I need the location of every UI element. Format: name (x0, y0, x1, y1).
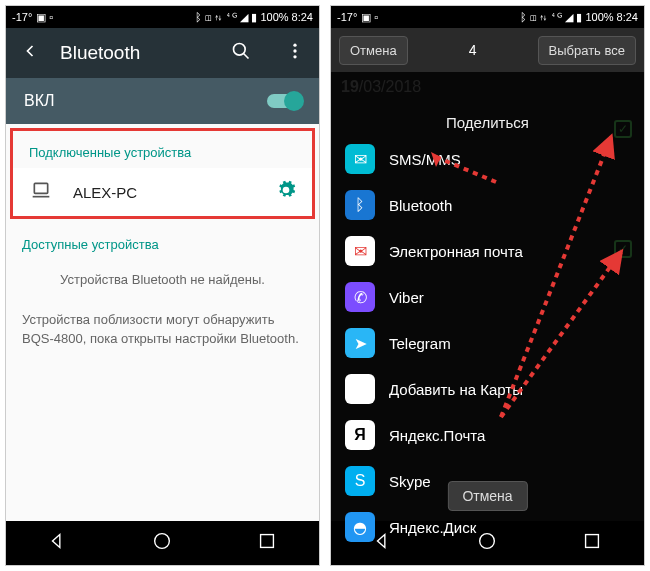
share-title: Поделиться (331, 110, 644, 135)
share-item-label: Bluetooth (389, 197, 452, 214)
not-found-text: Устройства Bluetooth не найдены. (6, 260, 319, 300)
cancel-button[interactable]: Отмена (339, 36, 408, 65)
signal-icons: ᛒ ◫ ⇅ ⁴ᴳ ◢ (195, 11, 248, 24)
viber-icon: ✆ (345, 282, 375, 312)
добавить-на-карты-icon: 🗺 (345, 374, 375, 404)
nav-bar (6, 521, 319, 565)
электронная-почта-icon: ✉ (345, 236, 375, 266)
notif-icon: ▣ ▫ (361, 11, 378, 24)
selection-count: 4 (414, 42, 532, 58)
toggle-label: ВКЛ (24, 92, 55, 110)
nav-recent-icon[interactable] (256, 530, 278, 556)
clock: 8:24 (292, 11, 313, 23)
device-name: ALEX-PC (73, 184, 256, 201)
phone-bluetooth-settings: -17°▣ ▫ ᛒ ◫ ⇅ ⁴ᴳ ◢▮100%8:24 Bluetooth ВК… (5, 5, 320, 566)
status-bar: -17°▣ ▫ ᛒ ◫ ⇅ ⁴ᴳ ◢▮100%8:24 (331, 6, 644, 28)
temperature: -17° (12, 11, 32, 23)
content: Подключенные устройства ALEX-PC Доступны… (6, 124, 319, 521)
share-item-label: Telegram (389, 335, 451, 352)
highlight-annotation: Подключенные устройства ALEX-PC (10, 128, 315, 219)
select-all-button[interactable]: Выбрать все (538, 36, 636, 65)
share-item-viber[interactable]: ✆Viber (331, 274, 644, 320)
share-item-sms-mms[interactable]: ✉SMS/MMS (331, 136, 644, 182)
svg-rect-4 (34, 183, 47, 193)
status-bar: -17°▣ ▫ ᛒ ◫ ⇅ ⁴ᴳ ◢▮100%8:24 (6, 6, 319, 28)
skype-icon: S (345, 466, 375, 496)
battery-icon: ▮ (576, 11, 582, 24)
share-item-label: Яндекс.Диск (389, 519, 476, 536)
back-icon[interactable] (20, 41, 40, 65)
share-item-label: Добавить на Карты (389, 381, 523, 398)
telegram-icon: ➤ (345, 328, 375, 358)
battery-pct: 100% (260, 11, 288, 23)
share-item-bluetooth[interactable]: ᛒBluetooth (331, 182, 644, 228)
share-item-электронная-почта[interactable]: ✉Электронная почта (331, 228, 644, 274)
share-item-telegram[interactable]: ➤Telegram (331, 320, 644, 366)
temperature: -17° (337, 11, 357, 23)
connected-devices-header: Подключенные устройства (13, 131, 312, 168)
battery-pct: 100% (585, 11, 613, 23)
more-icon[interactable] (285, 41, 305, 65)
laptop-icon (29, 180, 53, 204)
toggle-switch-icon[interactable] (267, 94, 301, 108)
signal-icons: ᛒ ◫ ⇅ ⁴ᴳ ◢ (520, 11, 573, 24)
gear-icon[interactable] (276, 180, 296, 204)
nav-home-icon[interactable] (151, 530, 173, 556)
phone-share-dialog: -17°▣ ▫ ᛒ ◫ ⇅ ⁴ᴳ ◢▮100%8:24 Отмена 4 Выб… (330, 5, 645, 566)
sms-mms-icon: ✉ (345, 144, 375, 174)
share-item-label: Viber (389, 289, 424, 306)
app-bar: Bluetooth (6, 28, 319, 78)
share-item-label: Skype (389, 473, 431, 490)
cancel-button-dialog[interactable]: Отмена (447, 481, 527, 511)
bluetooth-icon: ᛒ (345, 190, 375, 220)
share-item-яндекс-почта[interactable]: ЯЯндекс.Почта (331, 412, 644, 458)
share-item-label: SMS/MMS (389, 151, 461, 168)
battery-icon: ▮ (251, 11, 257, 24)
svg-point-0 (234, 44, 246, 56)
clock: 8:24 (617, 11, 638, 23)
svg-point-1 (293, 44, 296, 47)
bluetooth-toggle-row[interactable]: ВКЛ (6, 78, 319, 124)
svg-point-2 (293, 49, 296, 52)
search-icon[interactable] (231, 41, 251, 65)
gallery-content: 1919/03/2018/03/2018 ✓ ✓ Поделиться ✉SMS… (331, 72, 644, 521)
selection-bar: Отмена 4 Выбрать все (331, 28, 644, 72)
nav-back-icon[interactable] (47, 530, 69, 556)
share-item-добавить-на-карты[interactable]: 🗺Добавить на Карты (331, 366, 644, 412)
svg-point-5 (155, 534, 170, 549)
svg-rect-6 (260, 535, 273, 548)
svg-point-3 (293, 55, 296, 58)
notif-icon: ▣ ▫ (36, 11, 53, 24)
яндекс-диск-icon: ◓ (345, 512, 375, 542)
share-item-label: Электронная почта (389, 243, 523, 260)
available-devices-header: Доступные устройства (6, 223, 319, 260)
discovery-hint: Устройства поблизости могут обнаружить B… (6, 300, 319, 359)
page-title: Bluetooth (60, 42, 211, 64)
share-item-label: Яндекс.Почта (389, 427, 485, 444)
яндекс-почта-icon: Я (345, 420, 375, 450)
device-row[interactable]: ALEX-PC (13, 168, 312, 216)
